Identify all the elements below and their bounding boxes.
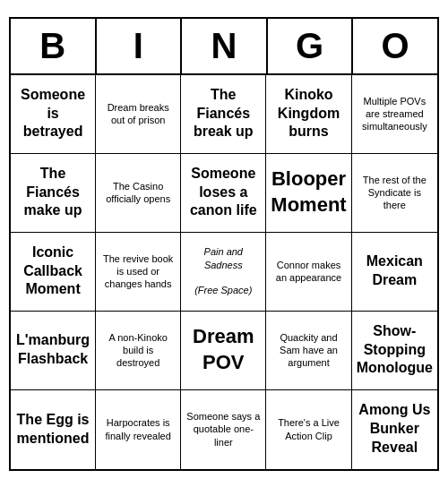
- cell-text-14: Mexican Dream: [357, 252, 433, 290]
- bingo-cell-4[interactable]: Multiple POVs are streamed simultaneousl…: [352, 75, 437, 154]
- cell-text-6: The Casino officially opens: [100, 180, 176, 206]
- cell-text-7: Someone loses a canon life: [185, 165, 261, 220]
- bingo-cell-1[interactable]: Dream breaks out of prison: [96, 75, 181, 154]
- cell-text-13: Connor makes an appearance: [271, 259, 346, 285]
- bingo-cell-0[interactable]: Someone is betrayed: [11, 75, 96, 154]
- header-letter-g: G: [268, 19, 354, 73]
- bingo-cell-7[interactable]: Someone loses a canon life: [181, 154, 266, 233]
- bingo-cell-18[interactable]: Quackity and Sam have an argument: [266, 312, 351, 390]
- bingo-cell-9[interactable]: The rest of the Syndicate is there: [352, 154, 437, 233]
- bingo-cell-10[interactable]: Iconic Callback Moment: [11, 233, 96, 312]
- bingo-cell-14[interactable]: Mexican Dream: [352, 233, 437, 312]
- header-letter-b: B: [11, 19, 97, 73]
- cell-text-21: Harpocrates is finally revealed: [100, 416, 176, 442]
- cell-text-11: The revive book is used or changes hands: [100, 252, 176, 291]
- bingo-cell-5[interactable]: The Fiancés make up: [11, 154, 96, 233]
- cell-text-4: Multiple POVs are streamed simultaneousl…: [357, 95, 433, 133]
- cell-text-20: The Egg is mentioned: [15, 411, 90, 449]
- bingo-cell-6[interactable]: The Casino officially opens: [96, 154, 181, 233]
- header-letter-o: O: [353, 19, 437, 73]
- bingo-cell-24[interactable]: Among Us Bunker Reveal: [352, 390, 437, 469]
- cell-text-2: The Fiancés break up: [185, 86, 261, 141]
- bingo-cell-19[interactable]: Show-Stopping Monologue: [352, 312, 437, 390]
- bingo-cell-12[interactable]: Pain and Sadness(Free Space): [181, 233, 266, 312]
- cell-text-18: Quackity and Sam have an argument: [271, 331, 346, 370]
- cell-text-16: A non-Kinoko build is destroyed: [100, 331, 176, 370]
- bingo-cell-22[interactable]: Someone says a quotable one-liner: [181, 390, 266, 469]
- cell-text-12: Pain and Sadness(Free Space): [185, 245, 261, 296]
- bingo-cell-11[interactable]: The revive book is used or changes hands: [96, 233, 181, 312]
- bingo-cell-13[interactable]: Connor makes an appearance: [266, 233, 351, 312]
- cell-text-23: There's a Live Action Clip: [271, 416, 346, 442]
- cell-text-15: L'manburg Flashback: [15, 331, 90, 369]
- bingo-header: BINGO: [11, 19, 437, 75]
- cell-text-5: The Fiancés make up: [15, 165, 90, 220]
- bingo-card: BINGO Someone is betrayedDream breaks ou…: [9, 17, 439, 471]
- bingo-cell-8[interactable]: Blooper Moment: [266, 154, 351, 233]
- cell-text-9: The rest of the Syndicate is there: [357, 174, 433, 212]
- cell-text-22: Someone says a quotable one-liner: [185, 410, 261, 449]
- cell-text-8: Blooper Moment: [271, 167, 346, 218]
- header-letter-i: I: [97, 19, 183, 73]
- cell-text-1: Dream breaks out of prison: [100, 101, 176, 127]
- cell-text-0: Someone is betrayed: [15, 86, 90, 141]
- header-letter-n: N: [182, 19, 268, 73]
- bingo-cell-21[interactable]: Harpocrates is finally revealed: [96, 390, 181, 469]
- cell-text-10: Iconic Callback Moment: [15, 244, 90, 299]
- bingo-cell-20[interactable]: The Egg is mentioned: [11, 390, 96, 469]
- bingo-cell-2[interactable]: The Fiancés break up: [181, 75, 266, 154]
- cell-text-3: Kinoko Kingdom burns: [271, 86, 346, 141]
- cell-text-24: Among Us Bunker Reveal: [357, 401, 433, 457]
- bingo-grid: Someone is betrayedDream breaks out of p…: [11, 75, 437, 469]
- bingo-cell-23[interactable]: There's a Live Action Clip: [266, 390, 351, 469]
- bingo-cell-16[interactable]: A non-Kinoko build is destroyed: [96, 312, 181, 390]
- cell-text-17: Dream POV: [185, 324, 261, 375]
- bingo-cell-3[interactable]: Kinoko Kingdom burns: [266, 75, 351, 154]
- bingo-cell-17[interactable]: Dream POV: [181, 312, 266, 390]
- cell-text-19: Show-Stopping Monologue: [357, 322, 433, 378]
- bingo-cell-15[interactable]: L'manburg Flashback: [11, 312, 96, 390]
